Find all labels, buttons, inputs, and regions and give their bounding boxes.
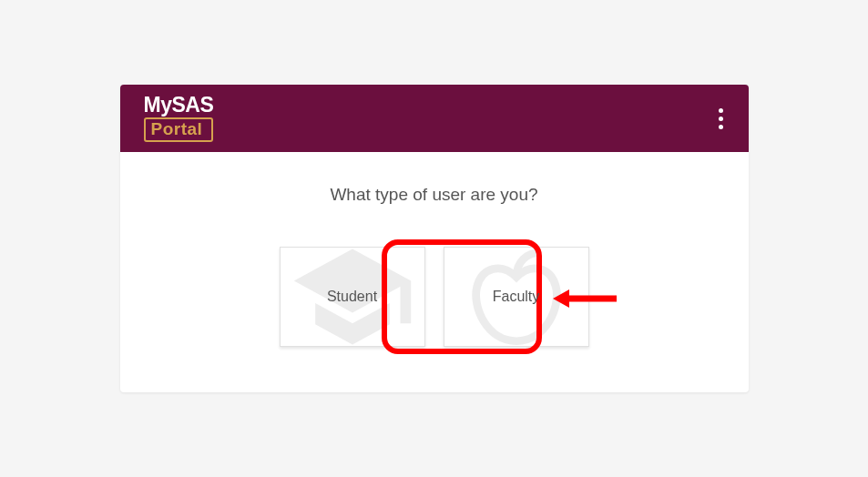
dot bbox=[719, 108, 723, 113]
user-type-options: Student Faculty bbox=[148, 247, 721, 347]
student-label: Student bbox=[327, 289, 377, 305]
faculty-label: Faculty bbox=[493, 289, 540, 305]
logo-subtitle: Portal bbox=[144, 117, 214, 142]
faculty-option[interactable]: Faculty bbox=[444, 247, 589, 347]
dot bbox=[719, 117, 723, 121]
student-option[interactable]: Student bbox=[280, 247, 425, 347]
user-type-prompt: What type of user are you? bbox=[148, 185, 721, 205]
logo-title: MySAS bbox=[144, 95, 214, 116]
dot bbox=[719, 125, 723, 129]
kebab-menu-icon[interactable] bbox=[710, 99, 732, 138]
content-area: What type of user are you? Student Facu bbox=[120, 152, 749, 392]
header-bar: MySAS Portal bbox=[120, 85, 749, 152]
app-logo: MySAS Portal bbox=[137, 91, 221, 146]
login-card: MySAS Portal What type of user are you? … bbox=[120, 85, 749, 392]
